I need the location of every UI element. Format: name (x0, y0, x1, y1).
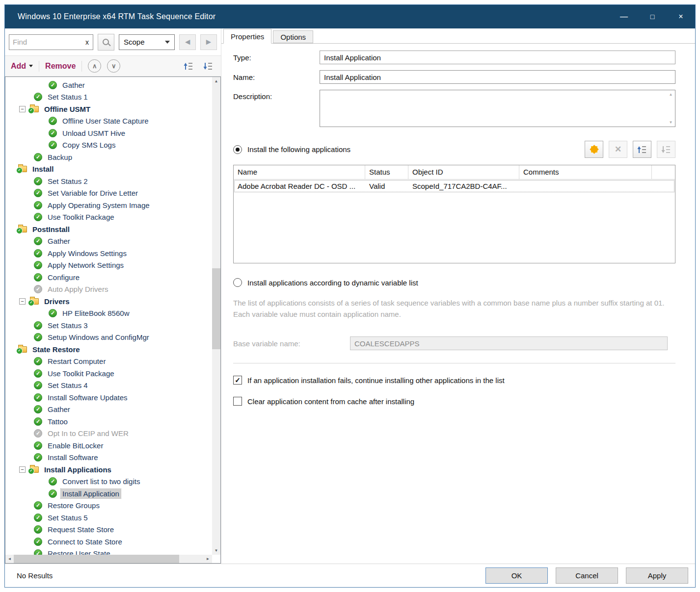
find-previous-button[interactable]: ◄ (179, 34, 196, 50)
scroll-down-icon[interactable]: ▼ (669, 120, 673, 125)
move-item-up-button[interactable] (182, 59, 195, 73)
move-app-down-button[interactable] (657, 141, 675, 158)
tree-item[interactable]: Tattoo (5, 415, 220, 428)
tree-item[interactable]: Opt In to CEIP and WER (5, 428, 220, 440)
tree-item[interactable]: Set Status 2 (5, 175, 220, 187)
name-field[interactable] (320, 70, 675, 84)
tree-item[interactable]: Set Variable for Drive Letter (5, 187, 220, 200)
tree-item-label: Install Software (46, 453, 100, 462)
tree-item[interactable]: −Install Applications (5, 463, 220, 476)
tree-item[interactable]: Apply Windows Settings (5, 247, 220, 259)
scroll-down-icon[interactable]: ▼ (212, 546, 220, 555)
tree-item[interactable]: HP EliteBook 8560w (5, 308, 220, 320)
minimize-button[interactable]: — (610, 5, 638, 28)
description-scrollbar[interactable]: ▲ ▼ (667, 90, 675, 127)
close-button[interactable]: × (667, 5, 695, 28)
install-list-radio[interactable] (233, 145, 242, 154)
table-row[interactable]: Adobe Acrobat Reader DC - OSD ...ValidSc… (234, 180, 675, 193)
tab-options[interactable]: Options (273, 30, 313, 43)
description-text[interactable] (320, 90, 667, 127)
scroll-right-icon[interactable]: ► (204, 555, 212, 563)
tree-item[interactable]: Use Toolkit Package (5, 211, 220, 224)
tree-item[interactable]: Auto Apply Drivers (5, 283, 220, 296)
column-header[interactable]: Name (234, 165, 365, 179)
tree-item[interactable]: Set Status 1 (5, 91, 220, 103)
tree-item[interactable]: Gather (5, 404, 220, 416)
delete-application-button[interactable]: ✕ (609, 141, 627, 158)
column-header[interactable]: Comments (519, 165, 652, 179)
tree-item[interactable]: Install Application (5, 488, 220, 500)
tree-item[interactable]: Apply Operating System Image (5, 199, 220, 211)
scroll-left-icon[interactable]: ◄ (5, 555, 14, 563)
description-row: Description: ▲ ▼ (233, 90, 675, 127)
tree-item[interactable]: Setup Windows and ConfigMgr (5, 332, 220, 344)
tab-bar: Properties Options (221, 28, 695, 43)
tree-item[interactable]: Install Software Updates (5, 391, 220, 404)
apply-button[interactable]: Apply (626, 567, 688, 584)
app-table-body: Adobe Acrobat Reader DC - OSD ...ValidSc… (234, 180, 675, 193)
find-next-button[interactable]: ► (200, 34, 217, 50)
tree-item[interactable]: Apply Network Settings (5, 259, 220, 272)
tree-item[interactable]: −Offline USMT (5, 103, 220, 115)
collapse-all-button[interactable]: ∧ (88, 59, 101, 73)
tree-item[interactable]: Configure (5, 271, 220, 283)
task-check-icon (34, 201, 42, 209)
tree-item[interactable]: Restart Computer (5, 356, 220, 368)
tree-item[interactable]: Install (5, 163, 220, 176)
tree-item[interactable]: Gather (5, 235, 220, 248)
new-application-button[interactable] (585, 141, 603, 158)
tree-item[interactable]: Restore Groups (5, 500, 220, 512)
tree-item-label: Set Status 4 (46, 381, 89, 390)
add-button[interactable]: Add (11, 62, 33, 71)
tree-horizontal-scrollbar[interactable]: ◄ ► (5, 555, 212, 563)
collapse-icon[interactable]: − (19, 298, 26, 305)
ok-button[interactable]: OK (485, 567, 548, 584)
horizontal-scroll-thumb[interactable] (14, 555, 179, 563)
column-header[interactable]: Object ID (408, 165, 519, 179)
tree-item[interactable]: Set Status 4 (5, 380, 220, 392)
continue-on-fail-checkbox[interactable]: ✓ (233, 376, 242, 385)
tree-item-label: Install Applications (43, 465, 113, 474)
expand-all-button[interactable]: ∨ (107, 59, 120, 73)
move-app-up-button[interactable] (633, 141, 651, 158)
description-field[interactable]: ▲ ▼ (320, 90, 675, 127)
tree-vertical-scrollbar[interactable]: ▲ ▼ (212, 77, 220, 555)
toolbar-separator (39, 61, 39, 72)
tree-item[interactable]: Convert list to two digits (5, 476, 220, 488)
tree-item[interactable]: Copy SMS Logs (5, 139, 220, 152)
scroll-up-icon[interactable]: ▲ (669, 92, 673, 97)
tree-item[interactable]: Set Status 5 (5, 512, 220, 524)
collapse-icon[interactable]: − (19, 466, 26, 473)
tree-item[interactable]: Connect to State Store (5, 536, 220, 548)
tree-item[interactable]: Install Software (5, 452, 220, 464)
remove-button[interactable]: Remove (45, 62, 76, 71)
tree-item[interactable]: Offline User State Capture (5, 115, 220, 128)
cancel-button[interactable]: Cancel (556, 567, 618, 584)
tree-item[interactable]: Backup (5, 151, 220, 163)
scope-dropdown[interactable]: Scope (119, 34, 175, 50)
vertical-scroll-thumb[interactable] (212, 268, 220, 350)
maximize-button[interactable]: □ (638, 5, 667, 28)
column-header[interactable]: Status (365, 165, 408, 179)
scroll-up-icon[interactable]: ▲ (212, 77, 220, 85)
tree-item-label: Convert list to two digits (61, 477, 141, 486)
tree-item[interactable]: Restore User State (5, 548, 220, 555)
tree-item[interactable]: Gather (5, 79, 220, 91)
search-button[interactable] (98, 34, 114, 51)
tree-item[interactable]: −Drivers (5, 295, 220, 308)
clear-cache-checkbox[interactable] (233, 397, 242, 406)
tree-item[interactable]: PostInstall (5, 223, 220, 235)
tree-item[interactable]: Set Status 3 (5, 319, 220, 332)
tree-item[interactable]: Use Toolkit Package (5, 367, 220, 380)
tab-properties[interactable]: Properties (223, 29, 271, 44)
type-field[interactable] (320, 51, 675, 64)
move-item-down-button[interactable] (201, 59, 215, 73)
clear-find-button[interactable]: x (81, 38, 93, 46)
collapse-icon[interactable]: − (19, 106, 26, 112)
tree-item[interactable]: Request State Store (5, 524, 220, 536)
tree-item[interactable]: State Restore (5, 343, 220, 356)
tree-item[interactable]: Enable BitLocker (5, 439, 220, 452)
dynamic-list-radio[interactable] (233, 278, 242, 287)
tree-item[interactable]: Unload USMT Hive (5, 127, 220, 139)
find-input[interactable] (9, 38, 81, 46)
